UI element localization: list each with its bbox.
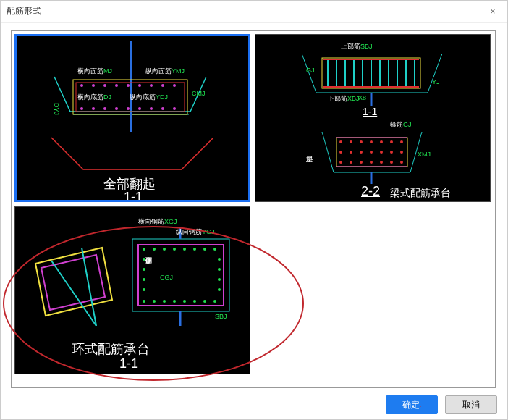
svg-point-54 — [360, 161, 363, 164]
svg-point-53 — [350, 161, 352, 164]
svg-point-86 — [143, 278, 145, 281]
svg-point-80 — [183, 300, 186, 303]
footer: 确定. 取消 — [1, 391, 507, 419]
svg-marker-62 — [35, 248, 112, 316]
option-empty — [255, 206, 491, 374]
svg-point-6 — [127, 84, 130, 87]
label-zydj: 纵向底筋YDJ — [130, 93, 168, 102]
caption-sub: 1-1 — [119, 356, 138, 371]
caption-sub: 1-1 — [124, 190, 143, 202]
label-cmj: CMJ — [192, 90, 206, 97]
svg-point-91 — [218, 288, 221, 291]
option-all-flip[interactable]: 横向面筋MJ 纵向面筋YMJ 横向底筋DJ 纵向底筋YDJ CMJ DYJ 全部… — [14, 34, 250, 202]
svg-point-7 — [138, 84, 141, 87]
label-gj2: 箍筋GJ — [390, 120, 412, 130]
option-beam-style[interactable]: 上部筋SBJ 下部筋XBJ GJ YJ X8 1-1 箍筋GJ XMJ 垫层 2… — [255, 34, 491, 202]
svg-point-3 — [92, 84, 95, 87]
svg-point-46 — [350, 151, 352, 154]
svg-point-70 — [163, 248, 166, 251]
label-zymj: 纵向面筋YMJ — [145, 67, 185, 76]
label-cgj: CGJ — [160, 274, 173, 281]
svg-point-13 — [103, 107, 106, 110]
svg-point-50 — [390, 151, 393, 154]
svg-point-68 — [143, 248, 145, 251]
caption-main: 梁式配筋承台 — [390, 187, 451, 200]
svg-point-49 — [380, 151, 383, 154]
svg-point-15 — [127, 107, 130, 110]
svg-point-81 — [193, 300, 196, 303]
svg-marker-63 — [41, 255, 105, 310]
label-hxdj: 横向底筋DJ — [77, 93, 111, 102]
svg-point-73 — [193, 248, 196, 251]
svg-point-39 — [350, 140, 352, 143]
svg-point-87 — [143, 288, 145, 291]
label-yj: YJ — [432, 78, 440, 85]
caption-sub: 2-2 — [361, 184, 380, 199]
svg-point-47 — [360, 151, 363, 154]
option-ring-style[interactable]: 横向钢筋XGJ 纵向钢筋YGJ 侧面钢筋 CGJ SBJ 环式配筋承台 1-1 — [14, 206, 250, 374]
svg-point-78 — [163, 300, 166, 303]
svg-point-55 — [370, 161, 373, 164]
svg-point-58 — [400, 161, 403, 164]
diagram-svg — [255, 35, 490, 201]
svg-point-48 — [370, 151, 373, 154]
label-xmj: XMJ — [418, 151, 431, 158]
svg-point-40 — [360, 140, 363, 143]
svg-point-14 — [115, 107, 118, 110]
svg-point-56 — [380, 161, 383, 164]
svg-point-75 — [213, 248, 216, 251]
svg-point-69 — [153, 248, 156, 251]
svg-rect-67 — [138, 245, 224, 306]
svg-point-42 — [380, 140, 383, 143]
svg-point-82 — [203, 300, 206, 303]
label-x8: X8 — [358, 94, 366, 101]
sub1-caption: 1-1 — [363, 106, 377, 117]
label-xbj: 下部筋XBJ — [328, 94, 360, 104]
svg-point-74 — [203, 248, 206, 251]
svg-point-38 — [339, 140, 342, 143]
svg-point-19 — [173, 107, 176, 110]
svg-point-41 — [370, 140, 373, 143]
label-hxgj: 横向钢筋XGJ — [138, 217, 177, 227]
option-panel: 横向面筋MJ 纵向面筋YMJ 横向底筋DJ 纵向底筋YDJ CMJ DYJ 全部… — [11, 30, 496, 388]
svg-point-17 — [150, 107, 153, 110]
svg-point-4 — [103, 84, 106, 87]
label-zxgj: 纵向钢筋YGJ — [176, 227, 215, 237]
svg-point-18 — [161, 107, 164, 110]
svg-point-77 — [153, 300, 156, 303]
ok-button[interactable]: 确定. — [386, 395, 438, 414]
close-icon[interactable]: × — [484, 3, 501, 20]
svg-point-11 — [80, 107, 83, 110]
svg-point-10 — [173, 84, 176, 87]
svg-point-12 — [92, 107, 95, 110]
svg-point-72 — [183, 248, 186, 251]
caption-main: 环式配筋承台 — [72, 340, 150, 358]
svg-point-71 — [173, 248, 176, 251]
content-area: 横向面筋MJ 纵向面筋YMJ 横向底筋DJ 纵向底筋YDJ CMJ DYJ 全部… — [1, 23, 507, 391]
label-sbj: 上部筋SBJ — [341, 42, 373, 51]
svg-point-89 — [218, 268, 221, 271]
option-grid: 横向面筋MJ 纵向面筋YMJ 横向底筋DJ 纵向底筋YDJ CMJ DYJ 全部… — [14, 34, 492, 374]
svg-point-52 — [339, 161, 342, 164]
label-dyj: DYJ — [53, 103, 60, 115]
label-sbj2: SBJ — [215, 313, 227, 320]
svg-point-16 — [138, 107, 141, 110]
window-title: 配筋形式 — [7, 5, 41, 17]
dialog-window: 配筋形式 × — [0, 0, 508, 420]
svg-point-57 — [390, 161, 393, 164]
svg-point-83 — [213, 300, 216, 303]
svg-point-51 — [400, 151, 403, 154]
label-hxmj: 横向面筋MJ — [77, 67, 112, 76]
cancel-button[interactable]: 取消 — [445, 395, 497, 414]
svg-point-9 — [161, 84, 164, 87]
svg-point-88 — [218, 258, 221, 261]
svg-point-5 — [115, 84, 118, 87]
svg-point-85 — [143, 268, 145, 271]
svg-point-45 — [339, 151, 342, 154]
svg-point-8 — [150, 84, 153, 87]
svg-point-79 — [173, 300, 176, 303]
svg-point-76 — [143, 300, 145, 303]
titlebar: 配筋形式 × — [1, 1, 507, 23]
label-gj: GJ — [306, 67, 315, 74]
svg-point-44 — [400, 140, 403, 143]
